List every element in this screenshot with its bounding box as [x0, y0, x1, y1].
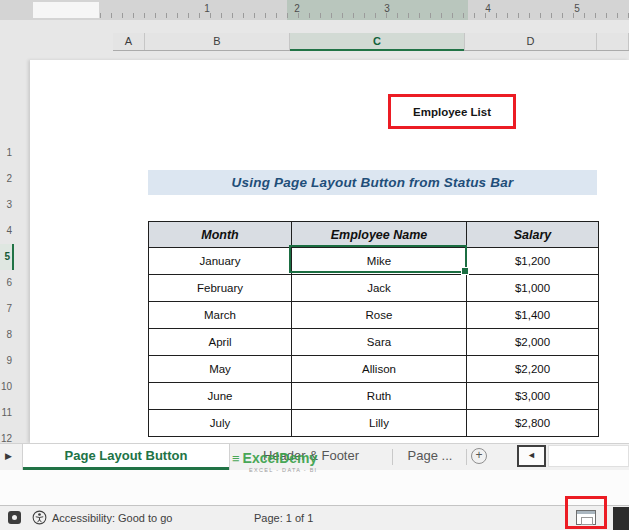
below-tabs-area [0, 469, 629, 505]
add-sheet-icon[interactable]: + [471, 448, 487, 464]
page-layout-view-icon [576, 510, 596, 525]
tab-scroll-right-icon[interactable]: ▶ [5, 451, 12, 461]
exceldemy-watermark: ≡ ExcelDemy EXCEL - DATA - BI [232, 450, 317, 473]
row-header-9[interactable]: 9 [0, 348, 14, 374]
cell-salary[interactable]: $2,800 [467, 410, 598, 436]
horizontal-scrollbar[interactable] [548, 445, 629, 467]
row-header-11[interactable]: 11 [0, 400, 14, 426]
page-layout-view-button[interactable] [574, 509, 600, 527]
row-header-8[interactable]: 8 [0, 322, 14, 348]
sheet-tab-page-truncated[interactable]: Page ... [396, 444, 464, 470]
page-break-preview-button[interactable] [613, 507, 629, 530]
table-row: May Allison $2,200 [149, 356, 598, 383]
fill-handle[interactable] [461, 267, 469, 275]
tab-separator [392, 449, 393, 465]
table-row: February Jack $1,000 [149, 275, 598, 302]
accessibility-icon [32, 510, 47, 529]
table-header-salary[interactable]: Salary [467, 222, 598, 247]
ruler-margin-box [33, 2, 99, 18]
cell-name[interactable]: Ruth [292, 383, 467, 409]
table-row: April Sara $2,000 [149, 329, 598, 356]
row-header-6[interactable]: 6 [0, 270, 14, 296]
cell-name[interactable]: Lilly [292, 410, 467, 436]
row-header-3[interactable]: 3 [0, 192, 14, 218]
row-header-4[interactable]: 4 [0, 218, 14, 244]
row-header-7[interactable]: 7 [0, 296, 14, 322]
annotation-box-employee-list[interactable]: Employee List [388, 94, 516, 129]
table-header-name[interactable]: Employee Name [292, 222, 467, 247]
page-header-text: Employee List [413, 106, 491, 118]
table-row: June Ruth $3,000 [149, 383, 598, 410]
row-header-2[interactable]: 2 [0, 166, 14, 192]
exceldemy-logo-icon: ≡ [232, 451, 240, 466]
ruler-mark: 2 [291, 3, 303, 14]
sheet-title-cell[interactable]: Using Page Layout Button from Status Bar [148, 170, 597, 195]
cell-name[interactable]: Sara [292, 329, 467, 355]
excel-window: 1 2 3 4 5 A B C D 1 2 3 4 5 6 7 8 9 10 1… [0, 0, 629, 530]
scroll-left-icon[interactable]: ◄ [517, 445, 546, 467]
cell-month[interactable]: May [149, 356, 292, 382]
cell-name[interactable]: Jack [292, 275, 467, 301]
cell-month[interactable]: April [149, 329, 292, 355]
cell-name[interactable]: Rose [292, 302, 467, 328]
ruler-ticks [100, 13, 629, 18]
cell-salary[interactable]: $3,000 [467, 383, 598, 409]
table-header-month[interactable]: Month [149, 222, 292, 247]
ruler-mark: 4 [482, 3, 494, 14]
cell-salary[interactable]: $2,000 [467, 329, 598, 355]
column-header-b[interactable]: B [145, 33, 290, 50]
tab-separator [466, 449, 467, 465]
cell-name[interactable]: Mike [292, 248, 467, 274]
record-macro-icon[interactable] [8, 511, 21, 524]
column-header-d[interactable]: D [465, 33, 597, 50]
cell-month[interactable]: January [149, 248, 292, 274]
table-row: January Mike $1,200 [149, 248, 598, 275]
ruler-mark: 1 [201, 3, 213, 14]
cell-month[interactable]: June [149, 383, 292, 409]
accessibility-status[interactable]: Accessibility: Good to go [52, 506, 172, 530]
column-header-a[interactable]: A [113, 33, 145, 50]
cell-salary[interactable]: $1,200 [467, 248, 598, 274]
ruler: 1 2 3 4 5 [0, 0, 629, 20]
cell-month[interactable]: March [149, 302, 292, 328]
table-row: March Rose $1,400 [149, 302, 598, 329]
row-header-10[interactable]: 10 [0, 374, 14, 400]
row-header-5[interactable]: 5 [0, 244, 14, 270]
table-header-row: Month Employee Name Salary [149, 222, 598, 248]
cell-salary[interactable]: $2,200 [467, 356, 598, 382]
cell-salary[interactable]: $1,000 [467, 275, 598, 301]
cell-month[interactable]: July [149, 410, 292, 436]
cell-name[interactable]: Allison [292, 356, 467, 382]
table-row: July Lilly $2,800 [149, 410, 598, 436]
cell-salary[interactable]: $1,400 [467, 302, 598, 328]
watermark-tagline: EXCEL - DATA - BI [249, 467, 317, 473]
row-header-1[interactable]: 1 [0, 140, 14, 166]
ruler-mark: 5 [571, 3, 583, 14]
column-header-filler [597, 33, 629, 50]
ruler-mark: 3 [381, 3, 393, 14]
column-headers: A B C D [113, 33, 629, 51]
page-indicator: Page: 1 of 1 [254, 506, 313, 530]
watermark-brand: ExcelDemy [243, 450, 318, 466]
employee-table: Month Employee Name Salary January Mike … [148, 221, 599, 437]
sheet-tab-page-layout-button[interactable]: Page Layout Button [22, 444, 230, 470]
column-header-c[interactable]: C [290, 33, 465, 50]
status-bar: Accessibility: Good to go Page: 1 of 1 [0, 505, 629, 530]
cell-month[interactable]: February [149, 275, 292, 301]
